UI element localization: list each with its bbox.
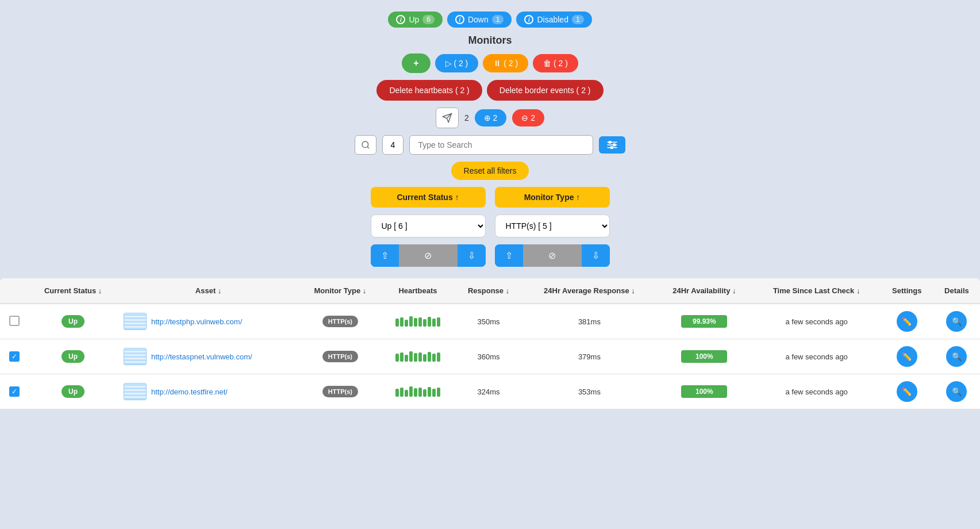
time-since-check: a few seconds ago [785,317,847,326]
settings-button[interactable]: ✏️ [897,311,917,332]
row-availability-cell: 99.93% [656,304,753,339]
send-icon-box[interactable] [436,108,459,128]
heartbeat-bar [405,320,408,327]
row-details-cell[interactable]: 🔍 [933,374,980,409]
status-arrow-down-button[interactable]: ⇩ [458,244,486,267]
avg-response-value: 379ms [578,352,601,361]
row-monitor-type-cell: HTTP(s) [299,304,381,339]
delete-button[interactable]: 🗑 ( 2 ) [533,54,578,72]
svg-point-9 [611,147,613,149]
details-button[interactable]: 🔍 [946,381,967,402]
table-section: Current Status ↓ Asset ↓ Monitor Type ↓ … [0,278,980,409]
heartbeat-bar [437,317,440,327]
svg-point-7 [609,141,612,143]
checkbox-unchecked[interactable] [9,316,20,326]
status-badge-down[interactable]: i Down 1 [447,12,512,28]
heartbeat-bar [414,353,417,362]
row-asset-cell: http://testphp.vulnweb.com/ [118,304,299,339]
add-to-group-button[interactable]: ⊕ 2 [475,109,507,126]
status-arrow-up-button[interactable]: ⇧ [371,244,399,267]
heartbeat-bar [400,352,403,362]
status-no-op-button[interactable]: ⊘ [399,244,458,267]
row-checkbox-cell[interactable]: ✓ [0,339,28,374]
row-settings-cell[interactable]: ✏️ [881,374,933,409]
monitor-type-filter-select[interactable]: HTTP(s) [ 5 ] [495,214,610,237]
heartbeat-bar [418,352,422,362]
avg-response-value: 353ms [578,388,601,396]
svg-point-2 [362,141,368,148]
row-details-cell[interactable]: 🔍 [933,304,980,339]
action-row: + ▷ ( 2 ) ⏸ ( 2 ) 🗑 ( 2 ) [402,53,578,73]
col-asset: Asset ↓ [118,278,299,304]
details-button[interactable]: 🔍 [946,311,967,332]
type-arrow-up-button[interactable]: ⇧ [495,244,523,267]
heartbeats-bars [387,386,449,397]
details-button[interactable]: 🔍 [946,346,967,367]
pause-button[interactable]: ⏸ ( 2 ) [483,54,528,72]
delete-border-events-button[interactable]: Delete border events ( 2 ) [487,80,604,101]
reset-filters-button[interactable]: Reset all filters [451,162,529,180]
checkbox-checked[interactable]: ✓ [9,386,20,397]
delete-heartbeats-button[interactable]: Delete heartbeats ( 2 ) [376,80,482,101]
sort-monitor-type-button[interactable]: Monitor Type ↑ [495,187,610,208]
heartbeat-bar [395,389,399,397]
asset-cell: http://testphp.vulnweb.com/ [124,313,293,330]
settings-button[interactable]: ✏️ [897,346,917,367]
time-since-check: a few seconds ago [785,388,847,396]
status-badges: i Up 6 i Down 1 i Disabled 1 [388,12,591,28]
svg-line-3 [367,147,369,148]
status-filter-select[interactable]: Up [ 6 ] [371,214,486,237]
asset-link[interactable]: http://testphp.vulnweb.com/ [151,317,242,326]
play-button[interactable]: ▷ ( 2 ) [435,54,479,72]
settings-button[interactable]: ✏️ [897,381,917,402]
status-up-count: 6 [422,15,435,24]
row-avg-response-cell: 381ms [523,304,656,339]
filter-options-button[interactable] [599,136,625,154]
row-checkbox-cell[interactable]: ✓ [0,374,28,409]
search-input[interactable] [409,135,593,155]
col-avg-response: 24Hr Average Response ↓ [523,278,656,304]
filter-row: 4 [355,135,626,155]
status-disabled-label: Disabled [537,15,568,24]
send-icon [442,113,452,123]
heartbeat-bar [400,388,403,397]
status-arrow-controls: ⇧ ⊘ ⇩ [371,244,486,267]
status-disabled-count: 1 [572,15,584,24]
asset-link[interactable]: http://testaspnet.vulnweb.com/ [151,352,252,361]
row-settings-cell[interactable]: ✏️ [881,339,933,374]
add-button[interactable]: + [402,53,430,73]
heartbeat-bar [432,319,436,327]
heartbeat-bar [418,317,422,327]
row-checkbox-cell[interactable] [0,304,28,339]
status-down-label: Down [468,15,489,24]
status-badge-disabled[interactable]: i Disabled 1 [516,12,591,28]
heartbeat-bar [423,354,426,362]
info-icon-disabled: i [524,15,533,24]
search-icon-box[interactable] [355,135,376,155]
asset-thumbnail [124,313,147,330]
asset-link[interactable]: http://demo.testfire.net/ [151,388,228,396]
heartbeat-bar [428,352,431,362]
heartbeat-bar [405,390,408,397]
row-settings-cell[interactable]: ✏️ [881,304,933,339]
row-asset-cell: http://demo.testfire.net/ [118,374,299,409]
sort-row: Current Status ↑ Monitor Type ↑ [371,187,610,208]
heartbeat-bar [400,317,403,327]
status-badge-up[interactable]: i Up 6 [388,12,443,28]
remove-from-group-button[interactable]: ⊖ 2 [512,109,544,126]
status-badge: Up [62,385,84,398]
heartbeats-bars [387,316,449,327]
monitor-type-arrow-controls: ⇧ ⊘ ⇩ [495,244,610,267]
row-status-cell: Up [28,374,118,409]
heartbeat-bar [409,386,413,397]
type-no-op-button[interactable]: ⊘ [523,244,582,267]
asset-thumbnail [124,348,147,365]
row-details-cell[interactable]: 🔍 [933,339,980,374]
table-row: ✓Up http://demo.testfire.net/ HTTP(s)324… [0,374,980,409]
sort-status-button[interactable]: Current Status ↑ [371,187,486,208]
type-arrow-down-button[interactable]: ⇩ [582,244,610,267]
heartbeat-bar [409,316,413,327]
asset-thumbnail [124,383,147,400]
checkbox-checked[interactable]: ✓ [9,351,20,362]
svg-point-8 [613,144,616,146]
